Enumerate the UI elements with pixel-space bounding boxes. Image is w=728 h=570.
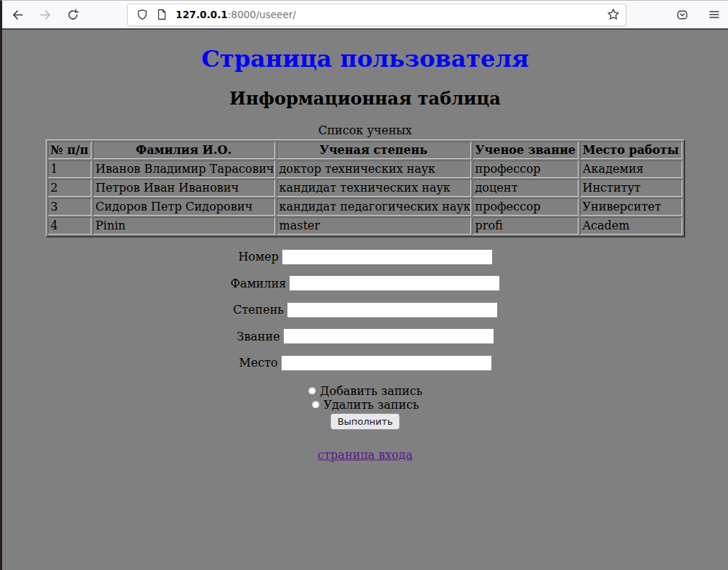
form-row-title: Звание — [2, 329, 728, 344]
table-cell: 3 — [48, 198, 91, 216]
degree-field[interactable] — [287, 303, 497, 317]
url-bar[interactable]: 127.0.0.1:8000/useeer/ — [127, 4, 626, 26]
bookmark-star-icon[interactable] — [607, 8, 620, 21]
table-caption: Список ученых — [2, 123, 728, 137]
table-cell: Университет — [580, 198, 682, 216]
place-label: Место — [239, 356, 277, 370]
url-path: :8000/useeer/ — [228, 9, 296, 20]
forward-arrow-icon — [39, 9, 52, 21]
surname-field[interactable] — [290, 276, 499, 290]
delete-record-radio[interactable] — [311, 400, 320, 409]
table-cell: профессор — [473, 160, 578, 178]
table-cell: кандидат технических наук — [277, 179, 471, 197]
pocket-icon[interactable] — [676, 9, 689, 21]
page-info-icon[interactable] — [157, 9, 167, 20]
login-page-link[interactable]: страница входа — [318, 448, 413, 462]
back-arrow-icon — [12, 9, 24, 21]
page-content: Страница пользователя Информационная таб… — [2, 30, 728, 569]
table-cell: Институт — [580, 179, 682, 197]
url-text: 127.0.0.1:8000/useeer/ — [176, 9, 607, 20]
place-field[interactable] — [282, 356, 491, 370]
page-title: Страница пользователя — [2, 45, 728, 73]
form-row-place: Место — [2, 355, 728, 370]
shield-icon[interactable] — [136, 9, 148, 20]
number-field[interactable] — [282, 250, 492, 264]
degree-label: Степень — [233, 303, 284, 317]
table-cell: 4 — [48, 217, 91, 235]
table-cell: 1 — [48, 160, 91, 178]
browser-window: 127.0.0.1:8000/useeer/ Страница пользова… — [0, 0, 728, 570]
execute-button[interactable]: Выполнить — [330, 413, 400, 430]
add-record-radio[interactable] — [308, 386, 316, 395]
scientists-table-body: 1Иванов Владимир Тарасовичдоктор техниче… — [48, 160, 682, 235]
table-cell: доцент — [473, 179, 578, 197]
reload-icon — [67, 9, 79, 21]
add-record-radio-label: Добавить запись — [320, 384, 422, 398]
table-row: 1Иванов Владимир Тарасовичдоктор техниче… — [48, 160, 682, 178]
action-radio-group: Добавить записьУдалить запись — [2, 384, 728, 412]
table-row: 4PininmasterprofiAcadem — [48, 217, 682, 235]
form-row-degree: Степень — [2, 302, 728, 317]
reload-button[interactable] — [62, 4, 83, 25]
table-cell: profi — [473, 217, 578, 235]
record-form: НомерФамилияСтепеньЗваниеМесто — [2, 249, 728, 370]
radio-line-delete-record: Удалить запись — [2, 398, 728, 412]
table-cell: кандидат педагогических наук — [277, 198, 471, 216]
table-cell: профессор — [473, 198, 578, 216]
forward-button[interactable] — [34, 4, 56, 25]
title-field[interactable] — [284, 329, 494, 343]
title-label: Звание — [237, 330, 279, 343]
submit-row: Выполнить — [2, 413, 728, 430]
menu-icon[interactable] — [708, 9, 721, 20]
table-row: 3Сидоров Петр Сидоровичкандидат педагоги… — [48, 198, 682, 216]
table-cell: Academ — [580, 217, 682, 235]
table-cell: Pinin — [93, 217, 275, 235]
column-header: Место работы — [580, 142, 682, 159]
browser-toolbar: 127.0.0.1:8000/useeer/ — [2, 1, 728, 30]
table-cell: Петров Иван Иванович — [93, 179, 275, 197]
table-cell: master — [277, 217, 471, 235]
url-host: 127.0.0.1 — [176, 9, 228, 20]
page-subtitle: Информационная таблица — [2, 88, 728, 109]
surname-label: Фамилия — [231, 277, 287, 290]
table-cell: 2 — [48, 179, 91, 197]
table-cell: Сидоров Петр Сидорович — [93, 198, 275, 216]
link-row: страница входа — [2, 448, 728, 462]
table-header-row: № п/пФамилия И.О.Ученая степеньУченое зв… — [48, 142, 682, 159]
column-header: Ученое звание — [473, 142, 578, 159]
table-row: 2Петров Иван Ивановичкандидат технически… — [48, 179, 682, 197]
table-cell: Иванов Владимир Тарасович — [93, 160, 275, 178]
number-label: Номер — [238, 250, 279, 264]
table-cell: доктор технических наук — [277, 160, 471, 178]
delete-record-radio-label: Удалить запись — [324, 398, 420, 412]
column-header: Ученая степень — [277, 142, 471, 159]
back-button[interactable] — [7, 4, 28, 25]
column-header: Фамилия И.О. — [93, 142, 275, 159]
toolbar-right-icons — [657, 9, 721, 21]
form-row-surname: Фамилия — [2, 276, 728, 291]
column-header: № п/п — [48, 142, 91, 159]
form-row-number: Номер — [2, 249, 728, 264]
radio-line-add-record: Добавить запись — [2, 384, 728, 398]
table-cell: Академия — [580, 160, 682, 178]
scientists-table: № п/пФамилия И.О.Ученая степеньУченое зв… — [46, 139, 685, 237]
